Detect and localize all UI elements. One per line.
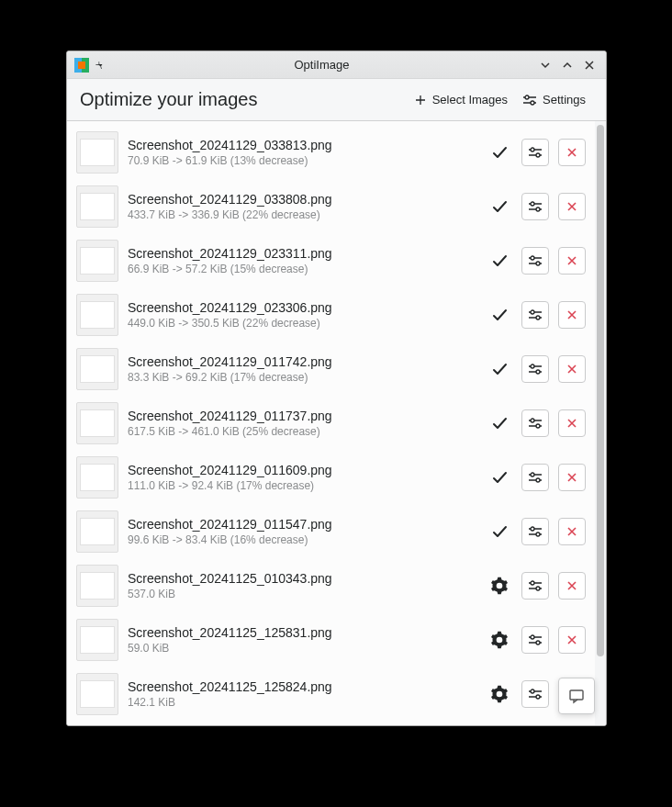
remove-button[interactable] <box>558 409 586 437</box>
app-window: OptiImage Optimize your images Select Im… <box>66 50 607 726</box>
remove-button[interactable] <box>558 247 586 275</box>
svg-point-3 <box>525 95 529 99</box>
svg-point-19 <box>531 527 534 531</box>
list-item[interactable]: Screenshot_20241129_011609.png 111.0 KiB… <box>67 450 595 504</box>
svg-point-17 <box>531 473 534 476</box>
list-item[interactable]: Screenshot_20241129_033808.png 433.7 KiB… <box>67 179 595 233</box>
list-item[interactable]: Screenshot_20241125_125831.png 59.0 KiB <box>67 612 595 667</box>
remove-button[interactable] <box>558 301 586 329</box>
file-meta: 70.9 KiB -> 61.9 KiB (13% decrease) <box>128 154 477 167</box>
filename: Screenshot_20241129_011547.png <box>128 517 477 532</box>
file-meta: 433.7 KiB -> 336.9 KiB (22% decrease) <box>128 208 477 221</box>
settings-label: Settings <box>543 93 586 106</box>
thumbnail <box>76 456 118 499</box>
file-meta: 66.9 KiB -> 57.2 KiB (15% decrease) <box>128 263 477 275</box>
pin-icon[interactable] <box>95 60 106 71</box>
svg-point-7 <box>531 202 534 206</box>
page-title: Optimize your images <box>80 89 407 110</box>
file-meta: 617.5 KiB -> 461.0 KiB (25% decrease) <box>128 425 477 438</box>
scrollbar[interactable] <box>595 121 606 725</box>
checkmark-icon <box>487 302 512 328</box>
thumbnail <box>76 619 118 661</box>
options-button[interactable] <box>521 409 549 437</box>
close-button[interactable] <box>580 56 599 74</box>
svg-point-20 <box>536 532 540 536</box>
thumbnail <box>76 673 118 715</box>
list-item[interactable]: Screenshot_20241129_011737.png 617.5 KiB… <box>67 396 595 450</box>
filename: Screenshot_20241125_010343.png <box>128 571 477 586</box>
remove-button[interactable] <box>558 626 586 654</box>
list-item[interactable]: Screenshot_20241125_010343.png 537.0 KiB <box>67 558 595 612</box>
filename: Screenshot_20241125_125824.png <box>128 679 477 694</box>
options-button[interactable] <box>521 572 549 600</box>
list-item[interactable]: Screenshot_20241129_033813.png 70.9 KiB … <box>67 125 595 179</box>
window-title: OptiImage <box>111 58 532 72</box>
options-button[interactable] <box>521 301 549 329</box>
remove-button[interactable] <box>558 518 586 545</box>
file-meta: 449.0 KiB -> 350.5 KiB (22% decrease) <box>128 317 477 330</box>
svg-point-11 <box>531 310 534 314</box>
settings-button[interactable]: Settings <box>515 87 593 112</box>
options-button[interactable] <box>521 355 549 383</box>
svg-point-23 <box>531 635 534 639</box>
list-item[interactable]: Screenshot_20241129_023306.png 449.0 KiB… <box>67 287 595 342</box>
svg-point-13 <box>531 364 534 368</box>
chat-button[interactable] <box>558 678 595 714</box>
checkmark-icon <box>487 356 512 382</box>
options-button[interactable] <box>521 626 549 654</box>
gear-icon <box>487 681 512 707</box>
options-button[interactable] <box>521 139 549 166</box>
svg-point-10 <box>536 262 540 265</box>
checkmark-icon <box>487 519 512 544</box>
options-button[interactable] <box>521 680 549 708</box>
scrollbar-thumb[interactable] <box>597 125 604 656</box>
remove-button[interactable] <box>558 193 586 220</box>
image-list[interactable]: Screenshot_20241129_033813.png 70.9 KiB … <box>67 121 595 725</box>
maximize-button[interactable] <box>558 56 577 74</box>
list-container: Screenshot_20241129_033813.png 70.9 KiB … <box>67 121 606 725</box>
svg-point-26 <box>536 695 540 699</box>
thumbnail <box>76 565 118 607</box>
svg-point-8 <box>536 207 540 211</box>
checkmark-icon <box>487 194 512 219</box>
list-item[interactable]: Screenshot_20241125_125824.png 142.1 KiB <box>67 667 595 721</box>
list-item[interactable]: Screenshot_20241129_011547.png 99.6 KiB … <box>67 504 595 558</box>
svg-point-5 <box>531 148 534 151</box>
thumbnail <box>76 402 118 444</box>
options-button[interactable] <box>521 518 549 545</box>
file-meta: 99.6 KiB -> 83.4 KiB (16% decrease) <box>128 533 477 546</box>
checkmark-icon <box>487 465 512 490</box>
svg-point-16 <box>536 424 540 428</box>
thumbnail <box>76 510 118 553</box>
svg-point-25 <box>531 689 534 693</box>
remove-button[interactable] <box>558 572 586 600</box>
thumbnail <box>76 240 118 282</box>
options-button[interactable] <box>521 247 549 275</box>
remove-button[interactable] <box>558 464 586 491</box>
file-meta: 537.0 KiB <box>128 588 477 600</box>
svg-rect-27 <box>570 690 583 700</box>
options-button[interactable] <box>521 193 549 220</box>
gear-icon <box>487 573 512 599</box>
svg-point-15 <box>531 419 534 422</box>
list-item[interactable]: Screenshot_20241129_023311.png 66.9 KiB … <box>67 233 595 287</box>
svg-rect-2 <box>78 62 85 69</box>
svg-point-14 <box>536 370 540 374</box>
filename: Screenshot_20241129_011737.png <box>128 409 477 423</box>
file-meta: 111.0 KiB -> 92.4 KiB (17% decrease) <box>128 479 477 492</box>
remove-button[interactable] <box>558 355 586 383</box>
options-button[interactable] <box>521 464 549 491</box>
filename: Screenshot_20241129_033808.png <box>128 192 477 207</box>
titlebar[interactable]: OptiImage <box>67 51 606 79</box>
svg-point-21 <box>531 581 534 585</box>
svg-point-12 <box>536 316 540 319</box>
list-item[interactable]: Screenshot_20241129_011742.png 83.3 KiB … <box>67 342 595 396</box>
svg-point-4 <box>531 101 534 105</box>
file-meta: 142.1 KiB <box>128 696 477 709</box>
select-images-button[interactable]: Select Images <box>407 87 515 112</box>
remove-button[interactable] <box>558 139 586 166</box>
minimize-button[interactable] <box>536 56 554 74</box>
filename: Screenshot_20241129_023311.png <box>128 246 477 261</box>
app-icon <box>74 58 89 73</box>
file-meta: 83.3 KiB -> 69.2 KiB (17% decrease) <box>128 371 477 384</box>
